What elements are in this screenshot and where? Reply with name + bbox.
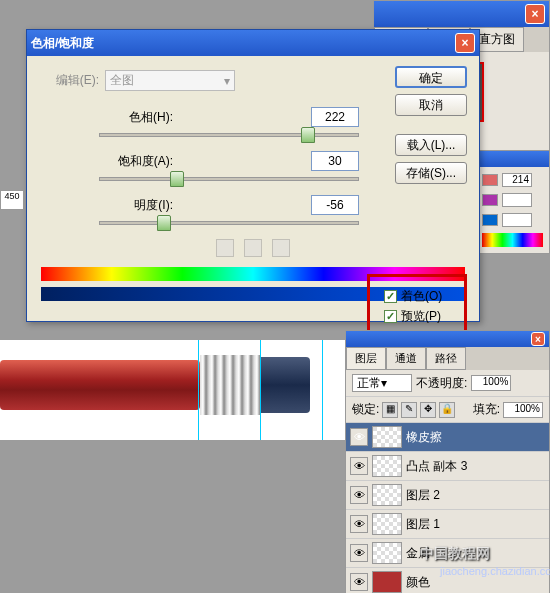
layer-thumb[interactable] bbox=[372, 542, 402, 564]
g-value[interactable] bbox=[502, 193, 532, 207]
colorize-checkbox[interactable]: ✓ bbox=[384, 290, 397, 303]
hue-label: 色相(H): bbox=[99, 109, 181, 126]
layer-thumb[interactable] bbox=[372, 571, 402, 593]
nav-titlebar: × bbox=[374, 1, 549, 27]
swatch-b[interactable] bbox=[482, 214, 498, 226]
dialog-titlebar[interactable]: 色相/饱和度 × bbox=[27, 30, 479, 56]
layer-name: 凸点 副本 3 bbox=[406, 458, 467, 475]
sat-slider[interactable] bbox=[99, 177, 359, 181]
guide-line[interactable] bbox=[322, 340, 323, 440]
load-button[interactable]: 载入(L)... bbox=[395, 134, 467, 156]
visibility-icon[interactable]: 👁 bbox=[350, 457, 368, 475]
layer-name: 橡皮擦 bbox=[406, 429, 442, 446]
light-slider[interactable] bbox=[99, 221, 359, 225]
layer-item[interactable]: 👁图层 1 bbox=[346, 510, 549, 539]
cancel-button[interactable]: 取消 bbox=[395, 94, 467, 116]
lock-label: 锁定: bbox=[352, 401, 379, 418]
ruler-mark: 450 bbox=[0, 190, 24, 210]
ok-button[interactable]: 确定 bbox=[395, 66, 467, 88]
dialog-title: 色相/饱和度 bbox=[31, 35, 94, 52]
visibility-icon[interactable]: 👁 bbox=[350, 573, 368, 591]
layer-thumb[interactable] bbox=[372, 484, 402, 506]
color-titlebar bbox=[476, 151, 549, 167]
preview-checkbox[interactable]: ✓ bbox=[384, 310, 397, 323]
layer-thumb[interactable] bbox=[372, 455, 402, 477]
tab-paths[interactable]: 路径 bbox=[426, 347, 466, 370]
opacity-input[interactable]: 100% bbox=[471, 375, 511, 391]
layer-thumb[interactable] bbox=[372, 426, 402, 448]
layer-name: 金属 bbox=[406, 545, 430, 562]
hue-input[interactable]: 222 bbox=[311, 107, 359, 127]
layers-panel: × 图层 通道 路径 正常 ▾ 不透明度: 100% 锁定: ▦ ✎ ✥ 🔒 填… bbox=[345, 330, 550, 593]
preview-label: 预览(P) bbox=[401, 308, 441, 325]
lock-all-icon[interactable]: 🔒 bbox=[439, 402, 455, 418]
layer-item[interactable]: 👁橡皮擦 bbox=[346, 423, 549, 452]
visibility-icon[interactable]: 👁 bbox=[350, 515, 368, 533]
sat-label: 饱和度(A): bbox=[99, 153, 181, 170]
light-label: 明度(I): bbox=[99, 197, 181, 214]
layer-item[interactable]: 👁颜色 bbox=[346, 568, 549, 593]
color-panel: 214 bbox=[475, 150, 550, 254]
guide-line[interactable] bbox=[260, 340, 261, 440]
layers-close-icon[interactable]: × bbox=[531, 332, 545, 346]
edit-select[interactable]: 全图▾ bbox=[105, 70, 235, 91]
eyedropper-add-icon[interactable] bbox=[244, 239, 262, 257]
tab-layers[interactable]: 图层 bbox=[346, 347, 386, 370]
lock-transparency-icon[interactable]: ▦ bbox=[382, 402, 398, 418]
layer-name: 图层 2 bbox=[406, 487, 440, 504]
edit-label: 编辑(E): bbox=[41, 72, 99, 89]
hue-saturation-dialog: 色相/饱和度 × 编辑(E): 全图▾ 确定 取消 载入(L)... 存储(S)… bbox=[26, 29, 480, 322]
lock-move-icon[interactable]: ✥ bbox=[420, 402, 436, 418]
opacity-label: 不透明度: bbox=[416, 375, 467, 392]
b-value[interactable] bbox=[502, 213, 532, 227]
color-spectrum[interactable] bbox=[482, 233, 543, 247]
chevron-down-icon: ▾ bbox=[224, 74, 230, 88]
blend-mode-select[interactable]: 正常 ▾ bbox=[352, 374, 412, 392]
light-input[interactable]: -56 bbox=[311, 195, 359, 215]
layers-titlebar: × bbox=[346, 331, 549, 347]
layer-name: 颜色 bbox=[406, 574, 430, 591]
visibility-icon[interactable]: 👁 bbox=[350, 544, 368, 562]
hue-slider[interactable] bbox=[99, 133, 359, 137]
eyedropper-sub-icon[interactable] bbox=[272, 239, 290, 257]
layer-item[interactable]: 👁凸点 副本 3 bbox=[346, 452, 549, 481]
guide-line[interactable] bbox=[198, 340, 199, 440]
sat-input[interactable]: 30 bbox=[311, 151, 359, 171]
visibility-icon[interactable]: 👁 bbox=[350, 428, 368, 446]
fill-label: 填充: bbox=[473, 401, 500, 418]
fill-input[interactable]: 100% bbox=[503, 402, 543, 418]
nav-close-icon[interactable]: × bbox=[525, 4, 545, 24]
save-button[interactable]: 存储(S)... bbox=[395, 162, 467, 184]
eyedropper-icon[interactable] bbox=[216, 239, 234, 257]
layer-item[interactable]: 👁金属 bbox=[346, 539, 549, 568]
layer-thumb[interactable] bbox=[372, 513, 402, 535]
pencil-artwork bbox=[0, 355, 310, 415]
colorize-label: 着色(O) bbox=[401, 288, 442, 305]
close-icon[interactable]: × bbox=[455, 33, 475, 53]
visibility-icon[interactable]: 👁 bbox=[350, 486, 368, 504]
swatch-g[interactable] bbox=[482, 194, 498, 206]
layer-item[interactable]: 👁图层 2 bbox=[346, 481, 549, 510]
layer-name: 图层 1 bbox=[406, 516, 440, 533]
lock-paint-icon[interactable]: ✎ bbox=[401, 402, 417, 418]
tab-channels[interactable]: 通道 bbox=[386, 347, 426, 370]
r-value[interactable]: 214 bbox=[502, 173, 532, 187]
swatch-r[interactable] bbox=[482, 174, 498, 186]
